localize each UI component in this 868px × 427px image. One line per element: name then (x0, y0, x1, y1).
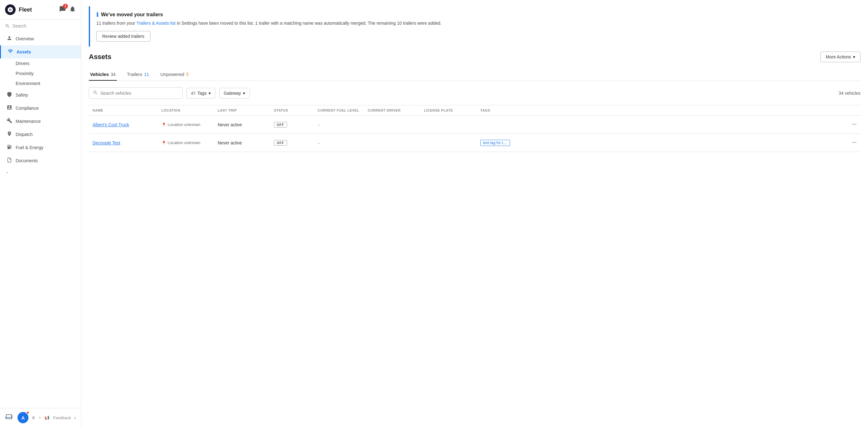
sidebar-nav: Overview Assets Drivers Proximity Enviro… (0, 32, 81, 408)
assets-header: Assets More Actions ▾ (89, 52, 861, 62)
gateway-filter-button[interactable]: Gateway ▾ (219, 88, 250, 98)
notifications-icon-btn[interactable] (69, 6, 76, 14)
collapse-sidebar-btn[interactable]: ‹ (74, 415, 76, 421)
table-row: Decouple Test 📍 Location unknown Never a… (89, 134, 861, 152)
sidebar-item-environment-label: Environment (16, 81, 40, 86)
row-2-status: OFF (270, 140, 314, 146)
location-pin-icon: 📍 (161, 123, 166, 127)
th-plate: LICENSE PLATE (420, 108, 476, 112)
maintenance-icon (6, 118, 12, 125)
row-2-more-button[interactable]: ··· (848, 139, 861, 146)
compliance-icon (6, 105, 12, 111)
assets-title: Assets (89, 53, 111, 61)
sidebar-item-assets[interactable]: Assets (0, 45, 81, 59)
notice-body: 11 trailers from your Trailers & Assets … (96, 20, 854, 27)
table-header: NAME LOCATION LAST TRIP STATUS CURRENT F… (89, 105, 861, 116)
notice-title: ℹ We've moved your trailers (96, 11, 854, 18)
sidebar-item-fuel[interactable]: Fuel & Energy (0, 141, 81, 154)
sidebar-item-safety-label: Safety (16, 93, 28, 98)
sidebar: Fleet 1 Search Overview (0, 0, 81, 427)
row-2-tags: test tag for L... (476, 140, 848, 146)
safety-icon (6, 92, 12, 98)
table-row: Albert's Cool Truck 📍 Location unknown N… (89, 116, 861, 134)
feedback-label[interactable]: Feedback (53, 416, 71, 420)
row-1-fuel: – (314, 122, 364, 127)
tab-trailers[interactable]: Trailers 11 (126, 68, 150, 80)
th-location: LOCATION (158, 108, 214, 112)
th-last-trip: LAST TRIP (214, 108, 270, 112)
th-actions (848, 108, 861, 112)
info-icon: ℹ (96, 11, 98, 18)
overview-icon (6, 35, 12, 42)
app-logo (5, 4, 16, 15)
megaphone-icon: 📢 (44, 416, 50, 420)
search-box[interactable] (89, 87, 183, 99)
sidebar-item-maintenance[interactable]: Maintenance (0, 115, 81, 128)
fuel-icon (6, 144, 12, 151)
app-title: Fleet (19, 6, 32, 13)
sidebar-item-proximity[interactable]: Proximity (0, 68, 81, 78)
sidebar-item-environment[interactable]: Environment (0, 78, 81, 89)
tags-filter-button[interactable]: 🏷 Tags ▾ (186, 88, 215, 98)
row-1-status: OFF (270, 122, 314, 128)
help-icon[interactable]: • (39, 416, 41, 420)
row-1-location: 📍 Location unknown (158, 122, 214, 127)
th-fuel: CURRENT FUEL LEVEL (314, 108, 364, 112)
sidebar-item-proximity-label: Proximity (16, 71, 34, 76)
th-status: STATUS (270, 108, 314, 112)
sidebar-footer-icons: ⚙ • 📢 Feedback (32, 416, 71, 420)
main-scroll-area: ℹ We've moved your trailers 11 trailers … (81, 0, 868, 427)
review-added-trailers-button[interactable]: Review added trailers (96, 31, 150, 41)
th-driver: CURRENT DRIVER (364, 108, 420, 112)
sidebar-search[interactable]: Search (0, 20, 81, 32)
sidebar-item-dispatch-label: Dispatch (16, 132, 33, 137)
row-2-fuel: – (314, 140, 364, 145)
sidebar-footer: A ⚙ • 📢 Feedback ‹ (0, 408, 81, 427)
avatar-notification-badge (26, 411, 29, 414)
sidebar-header: Fleet 1 (0, 0, 81, 20)
row-2-name: Decouple Test (89, 140, 158, 145)
row-2-location: 📍 Location unknown (158, 140, 214, 145)
sidebar-item-fuel-label: Fuel & Energy (16, 145, 43, 150)
row-2-last-trip: Never active (214, 140, 270, 145)
dispatch-icon (6, 131, 12, 138)
sidebar-item-overview-label: Overview (16, 36, 34, 41)
more-actions-button[interactable]: More Actions ▾ (820, 52, 861, 62)
tab-vehicles[interactable]: Vehicles 34 (89, 68, 117, 80)
user-avatar[interactable]: A (18, 412, 28, 423)
sidebar-item-documents-label: Documents (16, 158, 38, 163)
truck-icon-btn[interactable] (5, 413, 14, 422)
sidebar-item-drivers[interactable]: Drivers (0, 59, 81, 68)
sidebar-item-compliance-label: Compliance (16, 106, 39, 111)
vehicle-count-label: 34 vehicles (839, 91, 861, 96)
nav-separator: • (0, 167, 81, 179)
sidebar-item-documents[interactable]: Documents (0, 154, 81, 167)
assets-table: NAME LOCATION LAST TRIP STATUS CURRENT F… (89, 105, 861, 152)
sidebar-item-assets-label: Assets (17, 50, 31, 55)
sidebar-item-compliance[interactable]: Compliance (0, 102, 81, 115)
row-1-last-trip: Never active (214, 122, 270, 127)
th-tags: TAGS (476, 108, 848, 112)
assets-icon (7, 48, 13, 55)
gateway-chevron-icon: ▾ (243, 91, 245, 96)
sidebar-item-maintenance-label: Maintenance (16, 119, 41, 124)
trailers-assets-link[interactable]: Trailers & Assets list (136, 21, 176, 26)
th-name: NAME (89, 108, 158, 112)
svg-rect-0 (6, 417, 11, 418)
dropdown-chevron-icon: ▾ (853, 55, 855, 59)
sidebar-item-dispatch[interactable]: Dispatch (0, 128, 81, 141)
tags-chevron-icon: ▾ (209, 91, 211, 96)
messages-icon-btn[interactable]: 1 (59, 6, 66, 14)
sidebar-search-label: Search (12, 24, 26, 28)
assets-tabs: Vehicles 34 Trailers 11 Unpowered 5 (89, 68, 861, 81)
settings-icon[interactable]: ⚙ (32, 416, 35, 420)
main-content: ℹ We've moved your trailers 11 trailers … (81, 0, 868, 427)
location-pin-icon-2: 📍 (161, 141, 166, 145)
row-1-more-button[interactable]: ··· (848, 121, 861, 128)
sidebar-item-overview[interactable]: Overview (0, 32, 81, 45)
sidebar-item-safety[interactable]: Safety (0, 89, 81, 102)
header-icons: 1 (59, 6, 76, 14)
search-vehicles-input[interactable] (100, 91, 179, 96)
tab-unpowered[interactable]: Unpowered 5 (159, 68, 190, 80)
documents-icon (6, 157, 12, 164)
